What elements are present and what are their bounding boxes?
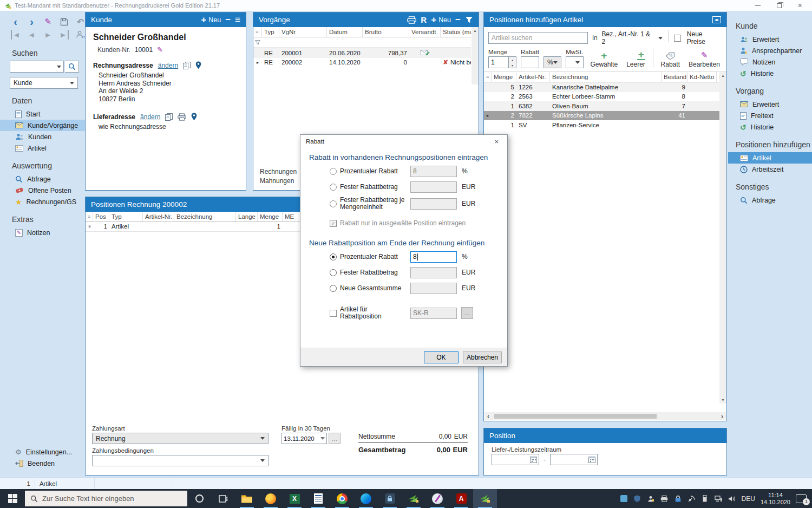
filter-icon[interactable] <box>465 16 473 23</box>
artikel-scrollbar[interactable]: ▴ ▾ <box>719 72 726 403</box>
rsb-item-notizen[interactable]: Notizen <box>728 56 812 68</box>
ok-button[interactable]: OK <box>424 351 459 363</box>
quit-button[interactable]: Beenden <box>0 458 85 469</box>
sidebar-item-offene-posten[interactable]: Offene Posten <box>0 185 85 196</box>
acrobat-icon[interactable]: A <box>449 489 473 508</box>
aendern-link[interactable]: ändern <box>158 62 178 69</box>
previous-record-icon[interactable]: ◀ <box>27 30 36 40</box>
radio-row-prozentual-1[interactable]: Prozentualer Rabatt 8 % <box>330 165 499 177</box>
cancel-button[interactable]: Abbrechen <box>463 351 502 363</box>
col-kdnetto[interactable]: Kd-Netto <box>687 72 717 82</box>
col-datum[interactable]: Datum <box>327 27 363 37</box>
rechnungen-link[interactable]: Rechnungen <box>260 167 297 177</box>
radio-icon[interactable] <box>330 285 337 292</box>
faellig-date-select[interactable]: 13.11.2020 <box>281 433 327 444</box>
clock[interactable]: 11:14 14.10.2020 <box>761 492 790 506</box>
leerer-button[interactable]: + Leerer <box>624 50 647 68</box>
close-icon[interactable]: × <box>798 3 802 8</box>
artikel-row[interactable]: 22563Echter Lorbeer-Stamm8 <box>484 92 719 102</box>
col-bezeichnung[interactable]: Bezeichnung <box>174 212 236 222</box>
gewaehlte-button[interactable]: + Gewählte <box>588 51 620 68</box>
mahnungen-link[interactable]: Mahnungen <box>260 177 297 186</box>
collapse-icon[interactable]: − <box>225 15 231 25</box>
zeitraum-von-input[interactable] <box>492 454 539 465</box>
col-typ[interactable]: Typ <box>109 212 143 222</box>
checkbox-icon[interactable]: ✘✓ <box>330 220 337 227</box>
sidebar-item-abfrage[interactable]: Abfrage <box>0 173 85 185</box>
sidebar-item-notizen[interactable]: ✎ Notizen <box>0 227 85 238</box>
settings-button[interactable]: ⚙ Einstellungen... <box>0 446 85 458</box>
keepass-icon[interactable] <box>378 489 402 508</box>
save-icon[interactable] <box>60 17 69 27</box>
col-vgnr[interactable]: VgNr <box>279 27 327 37</box>
first-record-icon[interactable]: ◀ <box>11 30 20 40</box>
col-menge[interactable]: Menge <box>492 72 516 82</box>
print-icon[interactable] <box>407 16 416 24</box>
sidebar-item-kunde-vorgaenge[interactable]: Kunde/Vorgänge <box>0 120 85 131</box>
cortana-icon[interactable] <box>187 489 211 508</box>
col-bezeichnung[interactable]: Bezeichnung <box>550 72 662 82</box>
taskbar-search[interactable]: Zur Suche Text hier eingeben <box>25 491 187 506</box>
map-pin-icon[interactable] <box>191 113 197 121</box>
radio-icon[interactable] <box>330 269 337 276</box>
zahlungsbedingungen-select[interactable] <box>92 455 269 466</box>
tray-shield-icon[interactable] <box>633 494 641 503</box>
rsb-item-arbeitszeit[interactable]: Arbeitszeit <box>728 164 812 175</box>
tray-volume-icon[interactable] <box>728 494 736 503</box>
rsb-item-historie-vorgang[interactable]: ↺ Historie <box>728 121 812 133</box>
sidebar-item-rechnungen-gs[interactable]: ★ Rechnungen/GS <box>0 196 85 207</box>
rabatt-unit-select[interactable]: % <box>543 56 561 68</box>
menge-spinner[interactable]: ▴▾ <box>509 56 516 68</box>
rechnungsdruckerei-icon[interactable] <box>402 489 425 508</box>
task-view-icon[interactable] <box>211 489 235 508</box>
artikel-row[interactable]: 1SVPflanzen-Service <box>484 120 719 130</box>
rabatt-button[interactable]: % Rabatt <box>659 52 682 68</box>
edit-kundennr-icon[interactable]: ✎ <box>157 45 163 54</box>
edit-icon[interactable]: ✎ <box>43 17 53 27</box>
checkbox-row-nur-ausgewaehlte[interactable]: ✘✓ Rabatt nur in ausgewälte Position ein… <box>330 217 499 229</box>
neue-preise-checkbox[interactable]: Neue Preise <box>674 30 722 45</box>
menu-icon[interactable]: ≡ <box>235 15 240 25</box>
rechnungsdruckerei-active-icon[interactable] <box>473 489 497 508</box>
vorgang-row[interactable]: RE 200001 20.06.2020 798,37 <box>253 48 471 58</box>
zahlungsart-select[interactable]: Rechnung <box>92 433 269 444</box>
start-button[interactable] <box>0 489 25 508</box>
menge-input[interactable] <box>488 56 509 68</box>
language-indicator[interactable]: DEU <box>742 495 755 503</box>
col-typ[interactable]: Typ <box>262 27 279 37</box>
sidebar-item-kunden[interactable]: Kunden <box>0 131 85 142</box>
tray-satellite-icon[interactable] <box>687 494 696 503</box>
notification-center-icon[interactable]: 1 <box>796 494 807 503</box>
tray-lock-icon[interactable] <box>674 494 682 503</box>
back-icon[interactable]: ‹ <box>11 17 20 27</box>
tray-network-icon[interactable] <box>715 494 723 503</box>
rsb-item-erweitert-kunde[interactable]: Erweitert <box>728 34 812 45</box>
vorgaenge-scrollbar[interactable]: ▴ <box>472 27 479 84</box>
design-app-icon[interactable] <box>425 489 449 508</box>
last-record-icon[interactable]: ▶ <box>60 30 69 40</box>
col-menge[interactable]: Menge <box>258 212 283 222</box>
forward-icon[interactable]: › <box>27 17 36 27</box>
radio-row-fester-2[interactable]: Fester Rabattbetrag EUR <box>330 266 499 278</box>
search-button[interactable] <box>65 61 79 73</box>
vorgang-row-selected[interactable]: ▸ RE 200002 14.10.2020 0 ✘Nicht be <box>253 58 471 68</box>
radio-icon[interactable] <box>330 168 337 175</box>
copy-icon[interactable] <box>183 62 191 69</box>
artikel-row[interactable]: 51226Kanarische Dattelpalme9 <box>484 82 719 92</box>
col-me[interactable]: ME <box>283 212 301 222</box>
zeitraum-bis-input[interactable] <box>550 454 598 465</box>
col-status[interactable]: Status (man <box>441 27 471 37</box>
printer-icon[interactable] <box>178 113 186 121</box>
col-artikelnr[interactable]: Artikel-Nr. <box>143 212 174 222</box>
sidebar-item-start[interactable]: Start <box>0 108 85 120</box>
rsb-item-freitext[interactable]: Freitext <box>728 110 812 121</box>
person-search-icon[interactable]: <> <box>76 30 85 40</box>
tray-user-icon[interactable] <box>647 494 655 503</box>
radio-icon[interactable] <box>330 200 337 207</box>
tray-printer-icon[interactable] <box>660 494 669 503</box>
checkbox-row-artikel-rabattposition[interactable]: Artikel für Rabattposition SK-R ... <box>330 306 499 320</box>
write-icon[interactable] <box>306 489 330 508</box>
artikel-row[interactable]: 16382Oliven-Baum713 <box>484 101 719 111</box>
firefox-icon[interactable] <box>259 489 283 508</box>
col-versandt[interactable]: Versandt <box>409 27 441 37</box>
